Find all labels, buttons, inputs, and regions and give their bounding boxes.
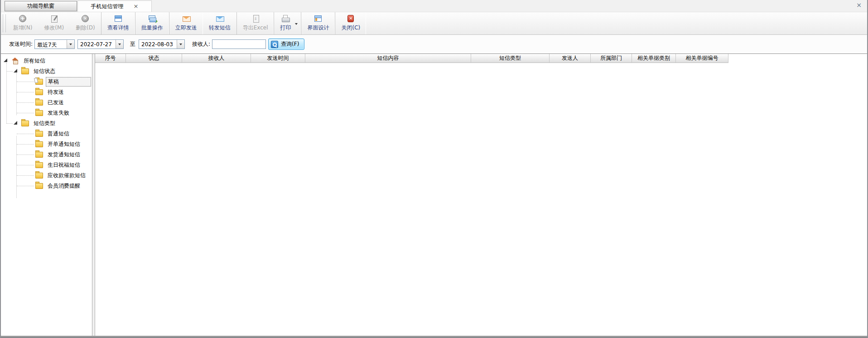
chevron-down-icon[interactable] xyxy=(116,40,123,48)
tree-item-label: 普通短信 xyxy=(46,129,71,139)
date-range-preset-value: 最近7天 xyxy=(35,40,67,48)
tree-item[interactable]: 待发送 xyxy=(1,87,92,97)
tree-item-label: 短信状态 xyxy=(32,67,57,76)
toolbar-button[interactable]: 关闭(C) xyxy=(335,12,366,34)
send-time-label: 发送时间: xyxy=(9,40,33,48)
toolbar-button[interactable]: 查看详情 xyxy=(101,12,135,34)
expand-arrow-icon[interactable] xyxy=(14,121,17,125)
tree-item[interactable]: 发货通知短信 xyxy=(1,150,92,160)
toolbar-button[interactable]: 修改(M) xyxy=(38,12,70,34)
tree-item[interactable]: 应收款催款短信 xyxy=(1,170,92,181)
date-to-label: 至 xyxy=(130,40,135,48)
tab-label: 功能导航窗 xyxy=(27,3,54,9)
toolbar-button[interactable]: 立即发送 xyxy=(169,12,203,34)
toolbar-button-label: 批量操作 xyxy=(141,24,163,32)
column-header[interactable]: 发送时间 xyxy=(251,54,305,63)
tree-item[interactable]: 生日祝福短信 xyxy=(1,160,92,170)
panel-close-icon[interactable]: × xyxy=(856,2,862,8)
tree-item-label: 生日祝福短信 xyxy=(46,160,82,170)
column-header-label: 相关单据类别 xyxy=(637,55,670,61)
toolbar-button-label: 删除(D) xyxy=(76,24,95,32)
excel-icon xyxy=(251,14,260,23)
tree-item-label: 所有短信 xyxy=(22,56,47,66)
tree-item[interactable]: 会员消费提醒 xyxy=(1,181,92,191)
details-icon xyxy=(114,14,122,23)
folder-icon xyxy=(35,162,43,169)
tree-item[interactable]: 所有短信 xyxy=(1,56,92,66)
column-header[interactable]: 相关单据编号 xyxy=(676,54,728,63)
print-icon xyxy=(281,14,289,23)
search-icon xyxy=(271,41,278,48)
folder-icon xyxy=(21,68,29,75)
tab-close-icon[interactable]: × xyxy=(134,1,139,12)
toolbar-button-label: 打印 xyxy=(280,24,291,32)
home-icon xyxy=(11,58,19,64)
add-icon xyxy=(19,14,27,23)
column-header[interactable]: 短信类型 xyxy=(471,54,550,63)
toolbar-button[interactable]: 新增(N) xyxy=(7,12,38,34)
folder-icon xyxy=(35,183,43,189)
edit-icon xyxy=(50,14,58,23)
filter-bar: 发送时间: 最近7天 2022-07-27 至 2022-08-03 接收人: … xyxy=(1,35,867,54)
chevron-down-icon[interactable] xyxy=(177,40,184,48)
column-header[interactable]: 接收人 xyxy=(182,54,251,63)
tree-item-label: 短信类型 xyxy=(32,119,57,128)
receiver-input[interactable] xyxy=(212,39,266,49)
date-from-picker[interactable]: 2022-07-27 xyxy=(77,39,124,49)
column-header-label: 发送时间 xyxy=(267,55,289,61)
toolbar: 新增(N) 修改(M) 删除(D) 查看详情 批量操作 立即发送 转发短信 xyxy=(1,12,867,35)
column-header[interactable]: 相关单据类别 xyxy=(632,54,676,63)
date-to-picker[interactable]: 2022-08-03 xyxy=(139,39,185,49)
folder-icon xyxy=(35,89,43,96)
date-range-preset-select[interactable]: 最近7天 xyxy=(34,39,75,49)
date-to-value: 2022-08-03 xyxy=(139,40,177,48)
tree-item[interactable]: 草稿 xyxy=(1,77,92,87)
tree-item-label: 已发送 xyxy=(46,98,66,107)
toolbar-grip-handle[interactable] xyxy=(3,14,6,32)
column-header[interactable]: 序号 xyxy=(95,54,126,63)
column-header[interactable]: 短信内容 xyxy=(305,54,471,63)
tab[interactable]: 功能导航窗 xyxy=(5,1,77,11)
column-header[interactable]: 所属部门 xyxy=(591,54,632,63)
toolbar-button-label: 查看详情 xyxy=(107,24,129,32)
toolbar-button[interactable]: 转发短信 xyxy=(203,12,236,34)
grid-body-empty xyxy=(95,63,867,336)
tab[interactable]: 手机短信管理× xyxy=(77,0,152,12)
sms-grid: 序号 状态 接收人 发送时间 短信内容 短信类型 发送人 所属部门 xyxy=(95,54,867,336)
date-from-value: 2022-07-27 xyxy=(78,40,116,48)
folder-icon xyxy=(35,141,43,148)
toolbar-button[interactable]: 删除(D) xyxy=(70,12,101,34)
toolbar-button-label: 关闭(C) xyxy=(341,24,360,32)
window-bottom-edge xyxy=(1,336,867,338)
column-header-label: 短信类型 xyxy=(499,55,521,61)
delete-icon xyxy=(81,14,89,23)
tree-item[interactable]: 短信类型 xyxy=(1,118,92,129)
forward-icon xyxy=(216,14,224,23)
column-header-label: 发送人 xyxy=(562,55,578,61)
main-content: 所有短信 短信状态 草稿 待发送 已发送 xyxy=(1,54,867,336)
tree-item[interactable]: 已发送 xyxy=(1,97,92,108)
tree-item[interactable]: 短信状态 xyxy=(1,66,92,77)
tree-grid-splitter[interactable] xyxy=(92,54,95,336)
toolbar-button[interactable]: 打印 xyxy=(274,12,301,34)
tree-item-label: 开单通知短信 xyxy=(46,140,82,149)
tree-item-label: 应收款催款短信 xyxy=(46,171,87,180)
column-header-label: 短信内容 xyxy=(377,55,399,61)
tree-item[interactable]: 普通短信 xyxy=(1,129,92,139)
toolbar-button-label: 立即发送 xyxy=(175,24,197,32)
column-header[interactable]: 状态 xyxy=(126,54,182,63)
query-button[interactable]: 查询(F) xyxy=(268,39,304,50)
toolbar-button[interactable]: 界面设计 xyxy=(301,12,335,34)
expand-arrow-icon[interactable] xyxy=(14,69,17,72)
tree-item[interactable]: 发送失败 xyxy=(1,108,92,118)
column-header[interactable]: 发送人 xyxy=(550,54,591,63)
toolbar-button[interactable]: 导出Excel xyxy=(236,12,274,34)
expand-arrow-icon[interactable] xyxy=(4,58,7,62)
folder-icon xyxy=(35,110,43,116)
tree-item-label: 草稿 xyxy=(46,77,91,87)
chevron-down-icon[interactable] xyxy=(67,40,74,48)
tree-item[interactable]: 开单通知短信 xyxy=(1,139,92,150)
folder-icon xyxy=(35,151,43,158)
toolbar-button[interactable]: 批量操作 xyxy=(135,12,169,34)
folder-icon xyxy=(21,120,29,127)
